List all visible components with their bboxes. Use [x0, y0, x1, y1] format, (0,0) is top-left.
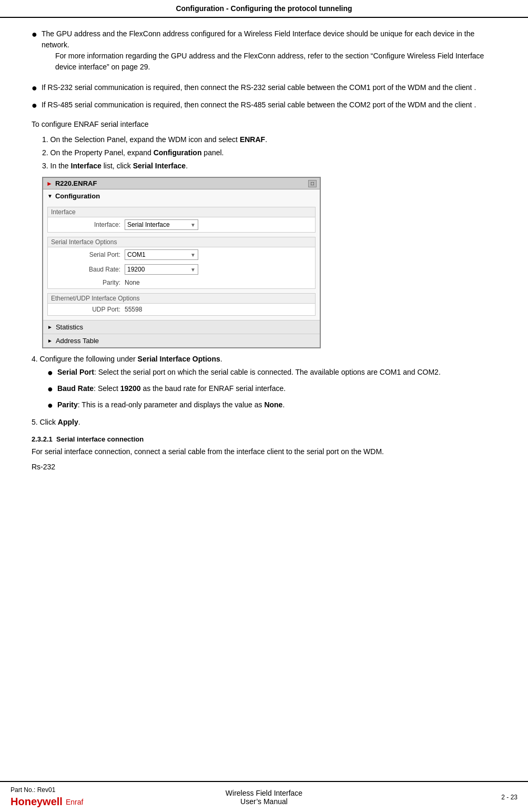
- udp-port-value: 55598: [125, 306, 142, 313]
- interface-row: Interface: Serial Interface ▼: [48, 217, 315, 232]
- bullet-dot-1: ●: [32, 27, 37, 42]
- step-2: 2. On the Property Panel, expand Configu…: [42, 147, 496, 158]
- part-number: Part No.: Rev01: [11, 786, 179, 794]
- enraf-logo: Enraf: [66, 798, 83, 806]
- statistics-row[interactable]: ► Statistics: [43, 320, 320, 334]
- widget-config-header: ▼ Configuration: [43, 189, 320, 203]
- substep-dot-2: ●: [47, 382, 53, 396]
- bullet-dot-3: ●: [32, 98, 37, 113]
- step-5: 5. Click Apply.: [32, 417, 496, 428]
- substep-parity: ● Parity: This is a read-only parameter …: [47, 399, 496, 413]
- udp-port-row: UDP Port: 55598: [48, 304, 315, 315]
- widget-arrow-icon: ►: [46, 180, 53, 187]
- interface-select[interactable]: Serial Interface ▼: [125, 219, 198, 230]
- substep-dot-1: ●: [47, 366, 53, 380]
- serial-section: Serial Interface Options Serial Port: CO…: [47, 237, 316, 289]
- udp-port-label: UDP Port:: [52, 306, 120, 313]
- main-content: ● The GPU address and the FlexConn addre…: [0, 18, 528, 781]
- bullet-text-2: If RS-232 serial communication is requir…: [42, 82, 476, 93]
- substep-baud-rate: ● Baud Rate: Select 19200 as the baud ra…: [47, 383, 496, 396]
- bullet-item-3: ● If RS-485 serial communication is requ…: [32, 99, 496, 113]
- udp-section-header: Ethernet/UDP Interface Options: [48, 294, 315, 304]
- interface-dropdown-arrow: ▼: [190, 222, 196, 228]
- parity-value: None: [125, 279, 140, 286]
- step-4-container: 4. Configure the following under Serial …: [32, 354, 496, 413]
- page-header: Configuration - Configuring the protocol…: [0, 0, 528, 18]
- intro-bullets: ● The GPU address and the FlexConn addre…: [32, 28, 496, 113]
- widget-title: R220.ENRAF: [55, 179, 97, 187]
- address-table-label: Address Table: [56, 337, 99, 345]
- bullet-item-2: ● If RS-232 serial communication is requ…: [32, 82, 496, 95]
- step-intro: To configure ENRAF serial interface: [32, 119, 496, 130]
- bullet-text-3: If RS-485 serial communication is requir…: [42, 99, 476, 111]
- serial-port-dropdown-arrow: ▼: [190, 252, 196, 258]
- substep-dot-3: ●: [47, 398, 53, 413]
- subsection-para: For serial interface connection, connect…: [32, 446, 496, 457]
- baud-rate-dropdown-arrow: ▼: [190, 267, 196, 273]
- step-1: 1. On the Selection Panel, expand the WD…: [42, 134, 496, 145]
- bullet-text-1: The GPU address and the FlexConn address…: [42, 28, 496, 78]
- baud-rate-label: Baud Rate:: [52, 266, 120, 273]
- config-triangle-icon: ▼: [47, 193, 53, 199]
- statistics-triangle-icon: ►: [47, 324, 53, 330]
- udp-section: Ethernet/UDP Interface Options UDP Port:…: [47, 293, 316, 316]
- header-title: Configuration - Configuring the protocol…: [176, 4, 352, 13]
- baud-rate-select[interactable]: 19200 ▼: [125, 264, 198, 275]
- baud-rate-row: Baud Rate: 19200 ▼: [48, 262, 315, 277]
- footer-right: 2 - 23: [349, 794, 517, 801]
- rs232-text: Rs-232: [32, 462, 496, 473]
- address-table-triangle-icon: ►: [47, 338, 53, 344]
- widget-body: ▼ Configuration Interface Interface: Ser…: [43, 189, 320, 347]
- step-4-substeps: ● Serial Port: Select the serial port on…: [47, 367, 496, 413]
- widget-title-bar: ► R220.ENRAF □: [43, 178, 320, 189]
- bullet-dot-2: ●: [32, 81, 37, 95]
- interface-section: Interface Interface: Serial Interface ▼: [47, 207, 316, 233]
- step-3: 3. In the Interface list, click Serial I…: [42, 161, 496, 172]
- page-footer: Part No.: Rev01 Honeywell Enraf Wireless…: [0, 781, 528, 812]
- serial-port-row: Serial Port: COM1 ▼: [48, 247, 315, 262]
- footer-product: Wireless Field Interface: [226, 789, 302, 797]
- footer-left: Part No.: Rev01 Honeywell Enraf: [11, 786, 179, 808]
- step-4: 4. Configure the following under Serial …: [32, 354, 496, 365]
- serial-port-label: Serial Port:: [52, 251, 120, 258]
- footer-center: Wireless Field Interface User’s Manual: [179, 789, 348, 806]
- parity-row: Parity: None: [48, 277, 315, 288]
- interface-label: Interface:: [52, 221, 120, 228]
- widget-container: ► R220.ENRAF □ ▼ Configuration Interface…: [42, 177, 321, 348]
- substep-serial-port: ● Serial Port: Select the serial port on…: [47, 367, 496, 380]
- steps-list: 1. On the Selection Panel, expand the WD…: [42, 134, 496, 172]
- address-table-row[interactable]: ► Address Table: [43, 334, 320, 347]
- bullet-indent-para: For more information regarding the GPU a…: [55, 51, 496, 73]
- statistics-label: Statistics: [56, 323, 83, 331]
- subsection-title: 2.3.2.1 Serial interface connection: [32, 435, 496, 443]
- serial-port-select[interactable]: COM1 ▼: [125, 249, 198, 260]
- widget-minimize-button[interactable]: □: [308, 180, 317, 187]
- bullet-item-1: ● The GPU address and the FlexConn addre…: [32, 28, 496, 78]
- page-number: 2 - 23: [501, 794, 517, 801]
- serial-section-header: Serial Interface Options: [48, 237, 315, 247]
- parity-label: Parity:: [52, 279, 120, 286]
- footer-logo: Honeywell Enraf: [11, 796, 179, 808]
- interface-section-header: Interface: [48, 207, 315, 217]
- footer-manual: User’s Manual: [240, 797, 288, 806]
- honeywell-logo: Honeywell: [11, 796, 63, 808]
